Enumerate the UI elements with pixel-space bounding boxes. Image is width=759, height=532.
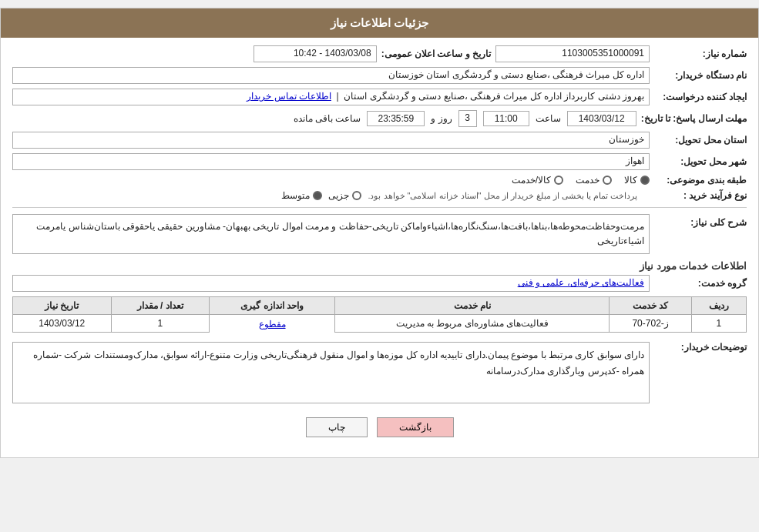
process-note: پرداخت تمام یا بخشی از مبلغ خریدار از مح… bbox=[368, 191, 637, 201]
remaining-value: 23:35:59 bbox=[367, 111, 425, 126]
col-row-num: ردیف bbox=[691, 297, 746, 315]
delivery-province-value: خوزستان bbox=[12, 132, 650, 149]
category-row: طبقه بندی موضوعی: کالا/خدمت خدمت کالا bbox=[12, 175, 747, 186]
col-unit: واحد اندازه گیری bbox=[209, 297, 334, 315]
delivery-province-row: استان محل تحویل: خوزستان bbox=[12, 132, 747, 149]
response-time-value: 11:00 bbox=[483, 111, 529, 126]
process-radio-group: متوسط جزیی پرداخت تمام یا بخشی از مبلغ خ… bbox=[281, 190, 650, 201]
cell-row-num: 1 bbox=[691, 315, 746, 333]
category-option-3: کالا/خدمت bbox=[512, 175, 563, 186]
buyer-row: نام دستگاه خریدار: اداره کل میراث فرهنگی… bbox=[12, 67, 747, 84]
category-radio-kala[interactable] bbox=[640, 176, 650, 185]
col-qty: تعداد / مقدار bbox=[111, 297, 209, 315]
buyer-label: نام دستگاه خریدار: bbox=[654, 70, 747, 81]
need-number-label: شماره نیاز: bbox=[654, 49, 747, 59]
process-row: نوع فرآیند خرید : متوسط جزیی پرداخت تمام… bbox=[12, 190, 747, 201]
print-button[interactable]: چاپ bbox=[306, 417, 368, 437]
response-date-label: مهلت ارسال پاسخ: تا تاریخ: bbox=[641, 113, 747, 124]
buyer-notes-row: توضیحات خریدار: دارای سوابق کاری مرتبط ب… bbox=[12, 339, 747, 403]
response-date-value: 1403/03/12 bbox=[567, 111, 636, 126]
process-radio-middle[interactable] bbox=[313, 191, 322, 200]
need-number-value: 1103005351000091 bbox=[495, 45, 650, 62]
creator-row: ایجاد کننده درخواست: بهروز دشتی کاربرداز… bbox=[12, 89, 747, 105]
remaining-label: ساعت باقی مانده bbox=[294, 113, 361, 124]
creator-contact-link[interactable]: اطلاعات تماس خریدار bbox=[247, 91, 331, 102]
delivery-city-value: اهواز bbox=[12, 153, 650, 170]
creator-label: ایجاد کننده درخواست: bbox=[654, 92, 747, 102]
days-value: 3 bbox=[458, 110, 477, 127]
need-desc-row: شرح کلی نیاز: مرمت‌وحفاظت‌محوطه‌ها،بناها… bbox=[12, 214, 747, 254]
cell-service-code: ز-702-70 bbox=[610, 315, 692, 333]
category-radio-kala-khedmat[interactable] bbox=[554, 176, 563, 185]
bottom-buttons: بازگشت چاپ bbox=[12, 408, 747, 450]
process-label: نوع فرآیند خرید : bbox=[654, 190, 747, 201]
table-row: 1 ز-702-70 فعالیت‌های مشاوره‌ای مربوط به… bbox=[13, 315, 747, 333]
service-info-title: اطلاعات خدمات مورد نیاز bbox=[12, 260, 747, 272]
service-group-value: فعالیت‌های حرفه‌ای، علمی و فنی bbox=[12, 275, 650, 292]
response-time-label: ساعت bbox=[536, 113, 561, 124]
buyer-notes-label: توضیحات خریدار: bbox=[654, 339, 747, 353]
days-label: روز و bbox=[431, 113, 452, 124]
response-date-row: مهلت ارسال پاسخ: تا تاریخ: 1403/03/12 سا… bbox=[12, 110, 747, 127]
category-radio-group: کالا/خدمت خدمت کالا bbox=[512, 175, 650, 186]
process-radio-partial[interactable] bbox=[352, 191, 361, 200]
announce-label: تاریخ و ساعت اعلان عمومی: bbox=[381, 49, 491, 59]
content-area: شماره نیاز: 1103005351000091 تاریخ و ساع… bbox=[1, 38, 758, 457]
buyer-notes-value: دارای سوابق کاری مرتبط با موضوع پیمان.دا… bbox=[12, 342, 650, 403]
table-header: ردیف کد خدمت نام خدمت واحد اندازه گیری ت… bbox=[13, 297, 747, 315]
need-number-row: شماره نیاز: 1103005351000091 تاریخ و ساع… bbox=[12, 45, 747, 62]
delivery-city-label: شهر محل تحویل: bbox=[654, 156, 747, 167]
buyer-value: اداره کل میراث فرهنگی ،صنایع دستی و گردش… bbox=[12, 67, 650, 84]
service-group-label: گروه خدمت: bbox=[654, 278, 747, 289]
delivery-city-row: شهر محل تحویل: اهواز bbox=[12, 153, 747, 170]
date-time-group: 1403/03/12 ساعت 11:00 3 روز و 23:35:59 س… bbox=[294, 110, 636, 127]
page-wrapper: جزئیات اطلاعات نیاز شماره نیاز: 11030053… bbox=[0, 8, 759, 458]
col-service-code: کد خدمت bbox=[610, 297, 692, 315]
table-body: 1 ز-702-70 فعالیت‌های مشاوره‌ای مربوط به… bbox=[13, 315, 747, 333]
col-service-name: نام خدمت bbox=[335, 297, 610, 315]
process-option-middle: متوسط bbox=[281, 190, 322, 201]
need-desc-value: مرمت‌وحفاظت‌محوطه‌ها،بناها،بافت‌ها،سنگ‌ن… bbox=[12, 214, 650, 254]
col-date: تاریخ نیاز bbox=[13, 297, 112, 315]
divider-1 bbox=[12, 207, 747, 208]
delivery-province-label: استان محل تحویل: bbox=[654, 135, 747, 146]
cell-service-name: فعالیت‌های مشاوره‌ای مربوط به مدیریت bbox=[335, 315, 610, 333]
category-option-1: کالا bbox=[624, 175, 650, 186]
cell-date: 1403/03/12 bbox=[13, 315, 112, 333]
page-title: جزئیات اطلاعات نیاز bbox=[331, 16, 428, 29]
category-label: طبقه بندی موضوعی: bbox=[654, 175, 747, 186]
category-radio-khedmat[interactable] bbox=[603, 176, 612, 185]
back-button[interactable]: بازگشت bbox=[377, 417, 454, 437]
process-option-partial: جزیی bbox=[328, 190, 361, 201]
service-group-row: گروه خدمت: فعالیت‌های حرفه‌ای، علمی و فن… bbox=[12, 275, 747, 292]
service-table: ردیف کد خدمت نام خدمت واحد اندازه گیری ت… bbox=[12, 296, 747, 333]
cell-unit[interactable]: مقطوع bbox=[209, 315, 334, 333]
category-option-2: خدمت bbox=[576, 175, 612, 186]
creator-value: بهروز دشتی کاربرداز اداره کل میراث فرهنگ… bbox=[12, 89, 650, 105]
announce-value: 1403/03/08 - 10:42 bbox=[254, 45, 377, 62]
cell-qty: 1 bbox=[111, 315, 209, 333]
page-header: جزئیات اطلاعات نیاز bbox=[1, 8, 758, 38]
need-desc-label: شرح کلی نیاز: bbox=[654, 214, 747, 228]
